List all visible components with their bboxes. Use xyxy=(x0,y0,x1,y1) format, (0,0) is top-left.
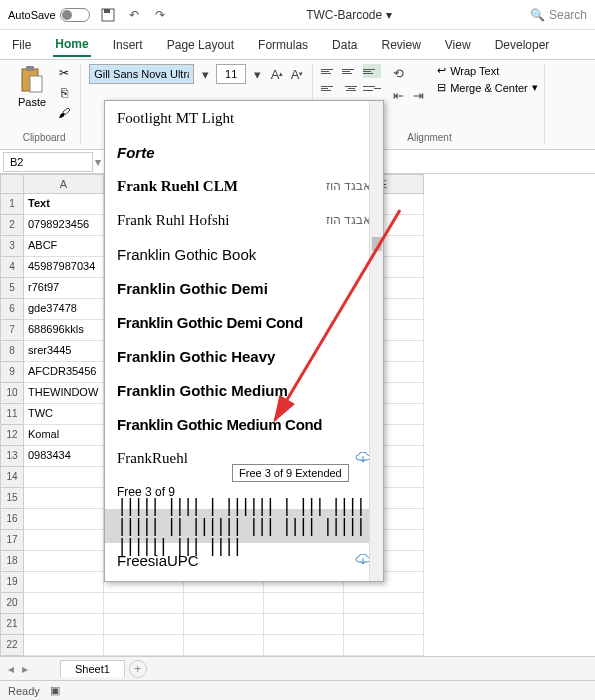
cell[interactable] xyxy=(104,635,184,656)
font-option[interactable]: Franklin Gothic Medium xyxy=(105,373,383,407)
cell[interactable]: 0983434 xyxy=(24,446,104,467)
cell[interactable]: 45987987034 xyxy=(24,257,104,278)
align-bottom-icon[interactable] xyxy=(363,64,381,78)
row-header[interactable]: 3 xyxy=(0,236,24,257)
name-box[interactable] xyxy=(3,152,93,172)
orientation-icon[interactable]: ⟲ xyxy=(389,64,407,82)
cell[interactable] xyxy=(264,593,344,614)
cell[interactable] xyxy=(104,614,184,635)
cell[interactable] xyxy=(184,593,264,614)
row-header[interactable]: 22 xyxy=(0,635,24,656)
row-header[interactable]: 19 xyxy=(0,572,24,593)
row-header[interactable]: 21 xyxy=(0,614,24,635)
cell[interactable] xyxy=(24,635,104,656)
select-all-corner[interactable] xyxy=(0,174,24,194)
increase-indent-icon[interactable]: ⇥ xyxy=(409,86,427,104)
font-option[interactable]: Footlight MT Light xyxy=(105,101,383,135)
wrap-text-button[interactable]: ↩ Wrap Text xyxy=(437,64,538,77)
row-header[interactable]: 20 xyxy=(0,593,24,614)
align-right-icon[interactable] xyxy=(363,81,381,95)
row-header[interactable]: 14 xyxy=(0,467,24,488)
font-option[interactable]: Franklin Gothic Medium Cond xyxy=(105,407,383,441)
search-box[interactable]: 🔍 Search xyxy=(530,8,587,22)
row-header[interactable]: 17 xyxy=(0,530,24,551)
cell[interactable]: TWC xyxy=(24,404,104,425)
cell[interactable] xyxy=(184,614,264,635)
cell[interactable] xyxy=(104,593,184,614)
font-name-input[interactable] xyxy=(89,64,194,84)
cell[interactable] xyxy=(24,551,104,572)
row-header[interactable]: 10 xyxy=(0,383,24,404)
align-middle-icon[interactable] xyxy=(342,64,360,78)
font-option[interactable]: Forte xyxy=(105,135,383,169)
menu-view[interactable]: View xyxy=(443,34,473,56)
cell[interactable]: 688696kkls xyxy=(24,320,104,341)
row-header[interactable]: 5 xyxy=(0,278,24,299)
font-option[interactable]: ||||| |||| | |||||| | ||| |||| ||||| || … xyxy=(105,509,383,543)
cut-icon[interactable]: ✂ xyxy=(54,64,74,82)
row-header[interactable]: 16 xyxy=(0,509,24,530)
align-top-icon[interactable] xyxy=(321,64,339,78)
align-center-icon[interactable] xyxy=(342,81,360,95)
font-dropdown-scrollbar[interactable] xyxy=(369,101,383,581)
row-header[interactable]: 8 xyxy=(0,341,24,362)
cell[interactable] xyxy=(264,614,344,635)
decrease-indent-icon[interactable]: ⇤ xyxy=(389,86,407,104)
menu-formulas[interactable]: Formulas xyxy=(256,34,310,56)
col-header-A[interactable]: A xyxy=(24,174,104,194)
row-header[interactable]: 9 xyxy=(0,362,24,383)
cell[interactable] xyxy=(24,530,104,551)
size-dropdown-button[interactable]: ▾ xyxy=(248,65,266,83)
cell[interactable]: THEWINDOW xyxy=(24,383,104,404)
cell[interactable]: srer3445 xyxy=(24,341,104,362)
sheet-tab-sheet1[interactable]: Sheet1 xyxy=(60,660,125,677)
cell[interactable]: Text xyxy=(24,194,104,215)
row-header[interactable]: 6 xyxy=(0,299,24,320)
decrease-font-icon[interactable]: A▾ xyxy=(288,65,306,83)
font-size-input[interactable] xyxy=(216,64,246,84)
cell[interactable] xyxy=(24,614,104,635)
menu-file[interactable]: File xyxy=(10,34,33,56)
menu-page-layout[interactable]: Page Layout xyxy=(165,34,236,56)
cell[interactable] xyxy=(24,572,104,593)
font-dropdown-button[interactable]: ▾ xyxy=(196,65,214,83)
cell[interactable] xyxy=(264,635,344,656)
row-header[interactable]: 7 xyxy=(0,320,24,341)
cell[interactable] xyxy=(24,509,104,530)
cell[interactable] xyxy=(24,467,104,488)
cell[interactable] xyxy=(24,488,104,509)
name-box-dropdown-icon[interactable]: ▾ xyxy=(93,155,103,169)
cell[interactable] xyxy=(344,635,424,656)
record-macro-icon[interactable]: ▣ xyxy=(50,684,60,697)
row-header[interactable]: 4 xyxy=(0,257,24,278)
cell[interactable] xyxy=(344,614,424,635)
menu-review[interactable]: Review xyxy=(379,34,422,56)
font-option[interactable]: Freestyle Script xyxy=(105,577,383,581)
row-header[interactable]: 1 xyxy=(0,194,24,215)
save-icon[interactable] xyxy=(100,7,116,23)
cell[interactable]: AFCDR35456 xyxy=(24,362,104,383)
font-option[interactable]: Franklin Gothic Book xyxy=(105,237,383,271)
cell[interactable] xyxy=(184,635,264,656)
undo-icon[interactable]: ↶ xyxy=(126,7,142,23)
menu-developer[interactable]: Developer xyxy=(493,34,552,56)
menu-data[interactable]: Data xyxy=(330,34,359,56)
row-header[interactable]: 13 xyxy=(0,446,24,467)
align-left-icon[interactable] xyxy=(321,81,339,95)
redo-icon[interactable]: ↷ xyxy=(152,7,168,23)
font-option[interactable]: Frank Ruehl CLMאבגד הוז xyxy=(105,169,383,203)
cell[interactable]: ABCF xyxy=(24,236,104,257)
row-header[interactable]: 12 xyxy=(0,425,24,446)
format-painter-icon[interactable]: 🖌 xyxy=(54,104,74,122)
row-header[interactable]: 11 xyxy=(0,404,24,425)
row-header[interactable]: 2 xyxy=(0,215,24,236)
scrollbar-thumb[interactable] xyxy=(372,237,382,251)
row-header[interactable]: 15 xyxy=(0,488,24,509)
paste-button[interactable]: Paste xyxy=(14,64,50,110)
cell[interactable]: Komal xyxy=(24,425,104,446)
autosave-toggle[interactable]: AutoSave xyxy=(8,8,90,22)
add-sheet-button[interactable]: + xyxy=(129,660,147,678)
menu-insert[interactable]: Insert xyxy=(111,34,145,56)
document-title[interactable]: TWC-Barcode ▾ xyxy=(178,8,520,22)
font-option[interactable]: Franklin Gothic Demi xyxy=(105,271,383,305)
